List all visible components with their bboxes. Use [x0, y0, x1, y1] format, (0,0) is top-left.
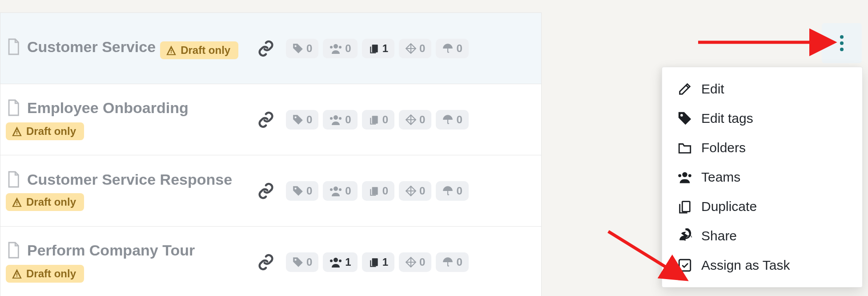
draft-badge: Draft only [6, 122, 84, 140]
teams-icon [677, 170, 692, 185]
row-stats: 0 0 0 0 0 [286, 181, 469, 201]
copies-chip[interactable]: 1 [362, 252, 394, 272]
copies-chip[interactable]: 0 [362, 181, 394, 201]
more-options-button[interactable] [822, 23, 862, 63]
draft-badge: Draft only [160, 41, 238, 59]
people-chip[interactable]: 0 [323, 110, 357, 130]
umbrella-count: 0 [456, 114, 462, 126]
umbrella-chip[interactable]: 0 [436, 39, 468, 58]
diamond-chip[interactable]: 0 [399, 252, 431, 272]
menu-label: Assign as Task [701, 258, 790, 273]
menu-edit-tags[interactable]: Edit tags [662, 104, 862, 133]
menu-duplicate[interactable]: Duplicate [662, 192, 862, 221]
tags-count: 0 [306, 256, 312, 268]
menu-label: Edit tags [701, 111, 753, 126]
menu-assign-task[interactable]: Assign as Task [662, 251, 862, 280]
document-icon [6, 241, 21, 259]
link-button[interactable] [246, 254, 286, 271]
people-chip[interactable]: 0 [323, 39, 357, 58]
tags-count: 0 [306, 185, 312, 197]
svg-point-20 [678, 174, 681, 177]
copies-count: 0 [382, 185, 388, 197]
menu-label: Teams [701, 170, 740, 185]
svg-point-9 [330, 188, 333, 191]
list-row[interactable]: Perform Company Tour Draft only 0 1 1 [0, 226, 541, 296]
umbrella-chip[interactable]: 0 [436, 252, 468, 272]
row-heading: Customer Service Draft only [6, 38, 246, 59]
tags-chip[interactable]: 0 [286, 181, 318, 201]
umbrella-chip[interactable]: 0 [436, 181, 468, 201]
row-title: Perform Company Tour [27, 241, 195, 260]
menu-share[interactable]: Share [662, 221, 862, 251]
draft-badge: Draft only [6, 265, 84, 283]
menu-edit[interactable]: Edit [662, 74, 862, 104]
people-chip[interactable]: 0 [323, 181, 357, 201]
tags-count: 0 [306, 114, 312, 126]
copies-count: 1 [382, 256, 388, 268]
list-row[interactable]: Employee Onboarding Draft only 0 0 0 [0, 84, 541, 155]
diamond-chip[interactable]: 0 [399, 181, 431, 201]
tags-chip[interactable]: 0 [286, 110, 318, 130]
draft-badge-label: Draft only [181, 44, 230, 57]
row-stats: 0 1 1 0 0 [286, 252, 469, 272]
umbrella-count: 0 [456, 185, 462, 197]
menu-folders[interactable]: Folders [662, 133, 862, 162]
row-heading: Perform Company Tour Draft only [6, 241, 246, 283]
svg-rect-3 [372, 45, 378, 52]
duplicate-icon [677, 199, 692, 214]
svg-point-5 [330, 117, 333, 120]
row-heading: Customer Service Response Draft only [6, 170, 246, 211]
copies-count: 0 [382, 114, 388, 126]
svg-point-16 [840, 35, 844, 39]
share-icon [677, 228, 692, 243]
copies-chip[interactable]: 0 [362, 110, 394, 130]
umbrella-count: 0 [456, 42, 462, 55]
copies-count: 1 [382, 42, 388, 55]
list-row[interactable]: Customer Service Response Draft only 0 0 [0, 155, 541, 226]
row-title: Customer Service Response [27, 170, 232, 189]
tag-icon [677, 111, 692, 126]
svg-point-17 [840, 41, 844, 45]
tags-chip[interactable]: 0 [286, 39, 318, 58]
row-title: Employee Onboarding [27, 99, 189, 117]
list-row[interactable]: Customer Service Draft only 0 0 1 [0, 12, 541, 84]
diamond-count: 0 [419, 42, 425, 55]
link-button[interactable] [246, 111, 286, 128]
svg-point-13 [330, 260, 333, 262]
menu-label: Share [701, 228, 737, 243]
document-icon [6, 38, 21, 56]
diamond-chip[interactable]: 0 [399, 39, 431, 58]
ellipsis-vertical-icon [840, 34, 844, 52]
svg-rect-23 [679, 260, 691, 271]
menu-teams[interactable]: Teams [662, 162, 862, 192]
draft-badge: Draft only [6, 193, 84, 211]
link-button[interactable] [246, 182, 286, 199]
svg-point-10 [339, 188, 342, 191]
people-count: 1 [345, 256, 351, 268]
people-count: 0 [345, 185, 351, 197]
draft-badge-label: Draft only [26, 125, 76, 138]
tags-chip[interactable]: 0 [286, 252, 318, 272]
svg-rect-22 [682, 202, 690, 212]
people-count: 0 [345, 42, 351, 55]
document-icon [6, 99, 21, 117]
svg-point-18 [840, 48, 844, 51]
link-button[interactable] [246, 40, 286, 57]
people-count: 0 [345, 114, 351, 126]
copies-chip[interactable]: 1 [362, 39, 394, 58]
svg-point-8 [334, 187, 338, 191]
umbrella-count: 0 [456, 256, 462, 268]
svg-point-12 [334, 258, 338, 262]
edit-icon [677, 81, 692, 97]
check-square-icon [677, 258, 692, 273]
menu-label: Folders [701, 140, 746, 155]
svg-point-1 [330, 46, 333, 49]
diamond-chip[interactable]: 0 [399, 110, 431, 130]
svg-point-19 [682, 172, 687, 177]
people-chip[interactable]: 1 [323, 252, 357, 272]
folder-icon [677, 140, 692, 155]
umbrella-chip[interactable]: 0 [436, 110, 468, 130]
diamond-count: 0 [419, 114, 425, 126]
svg-point-4 [334, 115, 338, 120]
svg-point-6 [339, 117, 342, 120]
